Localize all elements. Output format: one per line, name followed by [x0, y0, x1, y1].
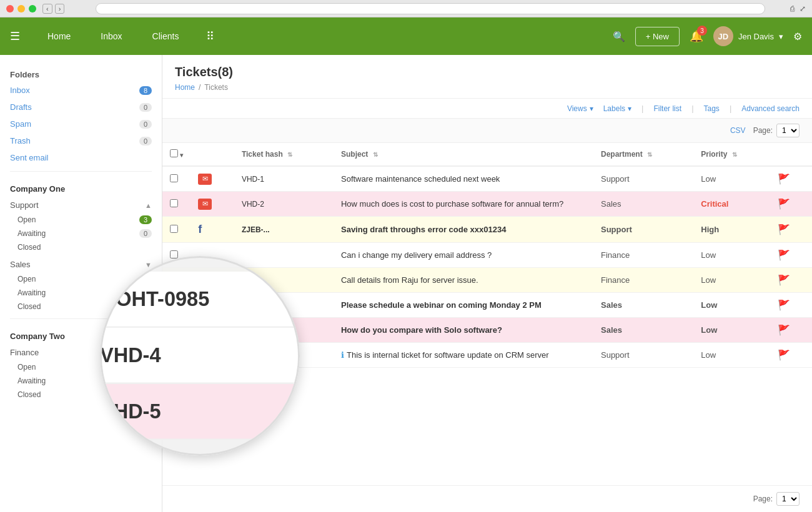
nav-home[interactable]: Home: [32, 17, 86, 55]
notifications-bell[interactable]: 🔔 3: [690, 29, 703, 43]
row-checkbox-cell: [162, 217, 191, 243]
fullscreen-button[interactable]: ⤢: [800, 4, 806, 13]
views-button[interactable]: Views ▾: [567, 104, 593, 113]
tags-button[interactable]: Tags: [704, 104, 720, 113]
ticket-hash-cell[interactable]: VHD-4: [234, 293, 334, 318]
finance-open[interactable]: Open 2: [0, 360, 162, 374]
ticket-hash-cell[interactable]: VHD-5: [234, 343, 334, 368]
flag-cell[interactable]: 🚩: [770, 318, 812, 343]
ticket-hash-cell[interactable]: [234, 243, 334, 268]
sales-group-label: Sales: [10, 260, 31, 269]
page-select[interactable]: 1 2: [776, 124, 800, 137]
table-row[interactable]: ✉ VHD-2 How much does is cost to purchas…: [162, 192, 812, 217]
table-row[interactable]: Call details from Raju for server issue.…: [162, 268, 812, 293]
filter-list-button[interactable]: Filter list: [653, 104, 681, 113]
ticket-hash-cell[interactable]: ZJEB-...: [234, 217, 334, 243]
trash-count: 0: [139, 137, 152, 145]
advanced-search-button[interactable]: Advanced search: [741, 104, 800, 113]
col-subject[interactable]: Subject ⇅: [334, 143, 593, 166]
finance-group-header[interactable]: Finance ▲: [0, 345, 162, 360]
sidebar-item-spam[interactable]: Spam 0: [0, 116, 162, 132]
finance-closed[interactable]: Closed: [0, 388, 162, 401]
table-row[interactable]: How do you compare with Solo software? S…: [162, 318, 812, 343]
finance-awaiting[interactable]: Awaiting 0: [0, 374, 162, 388]
forward-button[interactable]: ›: [55, 4, 65, 14]
back-button[interactable]: ‹: [42, 4, 52, 14]
flag-cell[interactable]: 🚩: [770, 192, 812, 217]
subject-cell[interactable]: ℹThis is internal ticket for software up…: [334, 343, 593, 368]
new-button[interactable]: + New: [635, 27, 680, 46]
subject-cell[interactable]: Saving draft throughs error code xxx0123…: [334, 217, 593, 243]
hamburger-menu-icon[interactable]: ☰: [10, 29, 20, 43]
user-menu[interactable]: JD Jen Davis ▾: [713, 26, 783, 46]
table-row[interactable]: Can i change my delivery email address ?…: [162, 243, 812, 268]
flag-cell[interactable]: 🚩: [770, 243, 812, 268]
row-checkbox-3[interactable]: [170, 250, 178, 258]
csv-button[interactable]: CSV: [730, 126, 746, 135]
settings-icon[interactable]: ⚙: [793, 31, 802, 42]
row-checkbox-2[interactable]: [170, 225, 178, 233]
share-button[interactable]: ⎙: [790, 4, 795, 13]
maximize-button[interactable]: [29, 5, 36, 12]
subject-cell[interactable]: How do you compare with Solo software?: [334, 318, 593, 343]
window-nav[interactable]: ‹ ›: [42, 4, 64, 14]
twitter-icon: 🐦: [198, 300, 210, 310]
sidebar-item-inbox[interactable]: Inbox 8: [0, 82, 162, 99]
nav-inbox[interactable]: Inbox: [86, 17, 137, 55]
subject-cell[interactable]: Please schedule a webinar on coming Mond…: [334, 293, 593, 318]
facebook-icon: f: [198, 223, 202, 235]
row-checkbox-7[interactable]: [170, 350, 178, 358]
sidebar-item-sent-email[interactable]: Sent email: [0, 149, 162, 166]
priority-cell: High: [693, 217, 770, 243]
col-department[interactable]: Department ⇅: [593, 143, 693, 166]
action-separator-1: |: [641, 104, 643, 113]
sales-group-header[interactable]: Sales ▼: [0, 257, 162, 272]
row-checkbox-6[interactable]: [170, 325, 178, 333]
minimize-button[interactable]: [17, 5, 25, 12]
close-button[interactable]: [6, 5, 14, 12]
subject-cell[interactable]: How much does is cost to purchase softwa…: [334, 192, 593, 217]
nav-clients[interactable]: Clients: [137, 17, 194, 55]
row-checkbox-1[interactable]: [170, 199, 178, 207]
col-ticket-hash[interactable]: Ticket hash ⇅: [234, 143, 334, 166]
select-all-col[interactable]: ▾: [162, 143, 191, 166]
row-checkbox-5[interactable]: [170, 300, 178, 308]
address-bar[interactable]: [96, 3, 765, 14]
table-row[interactable]: f ZJEB-... Saving draft throughs error c…: [162, 217, 812, 243]
flag-cell[interactable]: 🚩: [770, 268, 812, 293]
row-checkbox-4[interactable]: [170, 275, 178, 283]
sales-closed[interactable]: Closed: [0, 300, 162, 313]
select-dropdown-icon[interactable]: ▾: [180, 152, 183, 159]
ticket-hash-cell[interactable]: [234, 318, 334, 343]
support-closed[interactable]: Closed: [0, 240, 162, 254]
flag-cell[interactable]: 🚩: [770, 166, 812, 192]
ticket-hash-cell[interactable]: [234, 268, 334, 293]
subject-cell[interactable]: Can i change my delivery email address ?: [334, 243, 593, 268]
flag-cell[interactable]: 🚩: [770, 217, 812, 243]
support-open[interactable]: Open 3: [0, 213, 162, 227]
flag-cell[interactable]: 🚩: [770, 293, 812, 318]
table-row[interactable]: 💬 VHD-5 ℹThis is internal ticket for sof…: [162, 343, 812, 368]
sidebar-item-drafts[interactable]: Drafts 0: [0, 99, 162, 116]
grid-icon[interactable]: ⠿: [196, 29, 224, 43]
support-group-header[interactable]: Support ▲: [0, 197, 162, 213]
subject-cell[interactable]: Software maintenance scheduled next week: [334, 166, 593, 192]
sales-awaiting[interactable]: Awaiting: [0, 286, 162, 300]
table-row[interactable]: 🐦 VHD-4 Please schedule a webinar on com…: [162, 293, 812, 318]
department-cell: Support: [593, 343, 693, 368]
flag-cell[interactable]: 🚩: [770, 343, 812, 368]
table-row[interactable]: ✉ VHD-1 Software maintenance scheduled n…: [162, 166, 812, 192]
ticket-hash-cell[interactable]: VHD-1: [234, 166, 334, 192]
row-checkbox-0[interactable]: [170, 174, 178, 182]
sales-open[interactable]: Open: [0, 272, 162, 286]
labels-button[interactable]: Labels ▾: [603, 104, 631, 113]
subject-cell[interactable]: Call details from Raju for server issue.: [334, 268, 593, 293]
breadcrumb-home[interactable]: Home: [175, 83, 195, 92]
search-icon[interactable]: 🔍: [613, 31, 625, 42]
support-awaiting[interactable]: Awaiting 0: [0, 227, 162, 240]
col-priority[interactable]: Priority ⇅: [693, 143, 770, 166]
ticket-hash-cell[interactable]: VHD-2: [234, 192, 334, 217]
select-all-checkbox[interactable]: [170, 149, 178, 157]
bottom-page-select[interactable]: 1 2: [776, 492, 800, 506]
sidebar-item-trash[interactable]: Trash 0: [0, 132, 162, 149]
